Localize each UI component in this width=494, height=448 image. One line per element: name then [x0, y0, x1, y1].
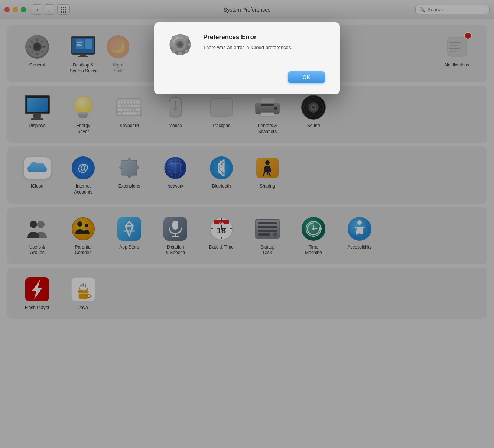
dialog-title: Preferences Error [203, 33, 292, 41]
svg-rect-112 [188, 43, 191, 46]
dialog-header: Preferences Error There was an error in … [169, 33, 292, 60]
dialog-overlay: Preferences Error There was an error in … [0, 0, 494, 448]
dialog-actions: OK [169, 71, 325, 83]
ok-button[interactable]: OK [288, 71, 325, 83]
dialog-message: There was an error in iCloud preferences… [203, 44, 292, 51]
dialog-icon-wrapper [169, 33, 196, 60]
svg-rect-109 [178, 34, 182, 37]
svg-rect-110 [178, 52, 182, 55]
dialog-text: Preferences Error There was an error in … [203, 33, 292, 51]
svg-rect-111 [170, 43, 173, 46]
preferences-gear-icon [169, 33, 191, 56]
svg-point-119 [178, 43, 182, 46]
preferences-error-dialog: Preferences Error There was an error in … [154, 22, 340, 94]
